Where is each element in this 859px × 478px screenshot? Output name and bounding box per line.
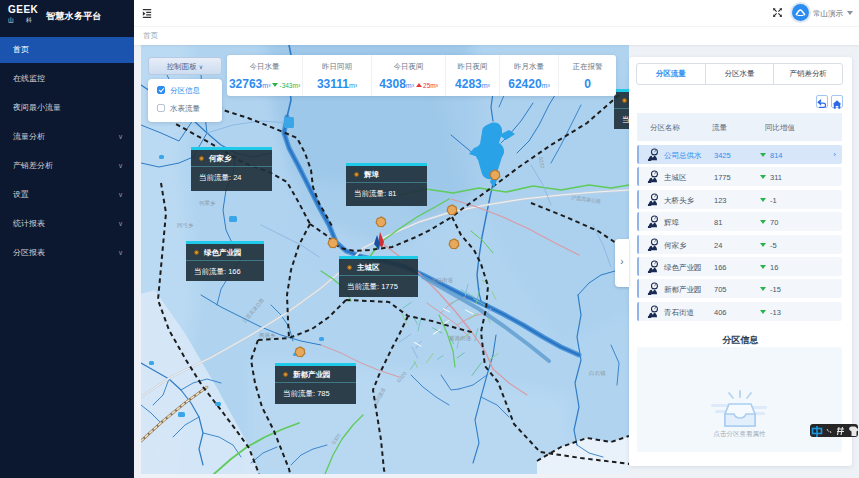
svg-text:白石镇: 白石镇 [589,370,606,377]
svg-text:紫港街道: 紫港街道 [449,335,472,342]
svg-text:同弓乡: 同弓乡 [177,222,194,228]
svg-text:天马街道: 天马街道 [431,277,454,284]
svg-text:阁底乡: 阁底乡 [259,332,276,339]
svg-text:何家乡: 何家乡 [199,200,216,207]
